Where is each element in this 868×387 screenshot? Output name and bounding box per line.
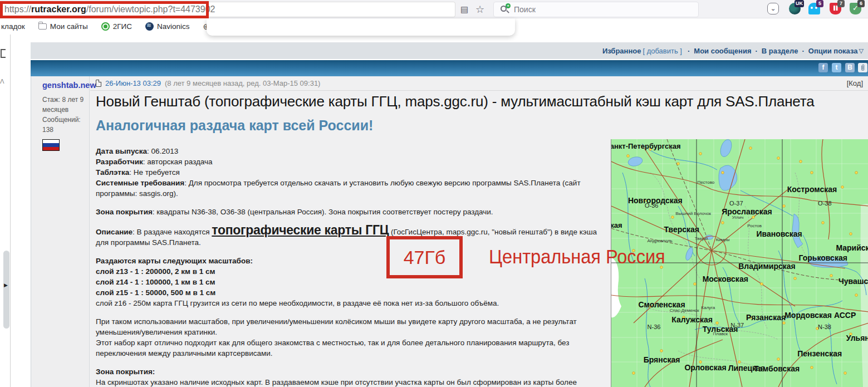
adblock-badge: 7: [837, 0, 845, 7]
map-region-label: Чувашская: [838, 277, 868, 286]
map-city-label: Кимры: [716, 237, 730, 242]
antivirus-badge: 6: [857, 0, 865, 7]
vk-share-icon[interactable]: B: [845, 63, 855, 72]
bookmark-item[interactable]: Navionics: [145, 22, 190, 31]
bookmark-label: 2ГИС: [113, 22, 132, 31]
clipped-caret-icon: ᐱ: [0, 78, 4, 85]
map-city-label: Вышний Волочок: [675, 211, 711, 216]
chevron-right-icon: ▶: [4, 282, 8, 288]
link-share-icon[interactable]: [858, 63, 867, 72]
clipped-icon: [1, 49, 6, 58]
url-autocomplete-panel: [207, 18, 515, 36]
post-paragraph: Разработчик: авторская раздача: [96, 156, 601, 167]
topic-nav-bar: Избранное [ добавить ] · Мои сообщения ·…: [31, 42, 868, 59]
annotation-region-label: Центральная Россия: [489, 246, 665, 268]
map-region-label: Ярославская: [722, 207, 772, 216]
map-region-label: Ульяновская: [846, 334, 868, 342]
post-paragraph: Описание: В раздаче находятся топографич…: [96, 225, 601, 248]
map-city-label: Плавск: [713, 331, 728, 336]
favorites-link[interactable]: Избранное: [602, 47, 641, 55]
poster-username-link[interactable]: genshtab.new: [42, 81, 89, 90]
triangle-down-icon: ▽: [859, 47, 864, 55]
view-options-link[interactable]: Опции показа: [808, 47, 858, 55]
map-quad-label: N-37: [730, 322, 744, 329]
map-region-label: Тверская: [664, 225, 700, 234]
russia-flag-icon: [42, 139, 60, 151]
paragraph-gap: [96, 359, 601, 366]
post-title: Новый Генштаб (топографические карты ГГЦ…: [96, 93, 868, 110]
my-messages-link[interactable]: Мои сообщения: [694, 47, 751, 55]
map-region-label: Пензенская: [797, 349, 842, 358]
bookmark-item[interactable]: 2ГИС: [101, 22, 132, 31]
screenshot-root: https://rutracker.org/forum/viewtopic.ph…: [0, 0, 868, 387]
ghostery-icon[interactable]: 5: [808, 3, 820, 14]
post-paragraph: слой z14 - 1 : 100000, 1 км в 1 см: [96, 277, 601, 287]
map-region-label: кая: [611, 221, 622, 229]
map-region-label: Орловская: [684, 363, 726, 372]
annotation-size-label: 47Гб: [404, 247, 446, 268]
vpn-badge: UK: [795, 0, 804, 7]
map-quad-label: О-37: [729, 200, 743, 207]
topic-title-bar: f t B: [31, 60, 868, 76]
vpn-globe-icon[interactable]: UK: [789, 3, 801, 14]
adblock-icon[interactable]: 7: [830, 3, 841, 14]
post-paragraph: Дата выпуска: 06.2013: [96, 146, 601, 156]
annotation-url-box: [0, 1, 209, 18]
post-paragraph: При таком использовании масштабов, при у…: [96, 316, 601, 337]
map-region-label: Горьковская: [799, 253, 847, 262]
map-region-label: Костромская: [787, 185, 837, 194]
post-permalink-icon[interactable]: [96, 80, 101, 87]
post-paragraph: слой z16 - 250м карта ГГЦ грузится из се…: [96, 298, 601, 308]
facebook-share-icon[interactable]: f: [818, 63, 828, 72]
map-region-label: Рязанская: [746, 313, 786, 322]
poster-meta: Стаж: 8 лет 9 месяцев Сообщений: 138: [42, 95, 89, 135]
poster-experience: Стаж: 8 лет 9 месяцев: [42, 95, 89, 115]
post-paragraph: Системные требования: Для просмотра треб…: [96, 178, 601, 199]
pocket-icon[interactable]: ⌄: [767, 3, 779, 14]
post-paragraph: Таблэтка: Не требуется: [96, 167, 601, 178]
post-paragraph: Зона покрытия: квадраты N36-38, О36-38 (…: [96, 207, 601, 217]
map-region-label: Калужская: [671, 315, 713, 324]
post-paragraph: Зона покрытия:: [96, 366, 601, 377]
in-section-link[interactable]: В разделе: [762, 47, 798, 55]
favorites-add-link[interactable]: [ добавить ]: [643, 47, 682, 55]
post-date-link[interactable]: 26-Июн-13 03:29: [105, 79, 161, 87]
post-subtitle: Аналогичная раздача карт всей России!: [96, 117, 868, 134]
twitter-share-icon[interactable]: t: [832, 63, 841, 72]
map-city-label: Калуга: [701, 305, 715, 310]
sidebar-expand-handle[interactable]: ▶: [3, 251, 9, 329]
map-quad-label: О-36: [645, 202, 658, 209]
bookmark-label: Navionics: [157, 22, 190, 31]
post-header: 26-Июн-13 03:29 (8 лет 9 месяцев назад, …: [90, 76, 868, 91]
reader-mode-icon[interactable]: ▤: [458, 3, 471, 16]
map-quad-label: N-36: [648, 324, 661, 330]
bookmark-label: Мои сайты: [50, 22, 88, 31]
paragraph-gap: [96, 308, 601, 316]
map-city-label: Андреаполь: [648, 238, 673, 243]
left-side-strip: ᐱ ▶: [0, 35, 11, 387]
map-region-label: Московская: [703, 275, 748, 283]
map-quad-label: О-38: [818, 200, 831, 207]
folder-icon: [38, 23, 47, 30]
map-quad-label: N-38: [818, 324, 831, 330]
map-city-label: Спас-Деменск: [670, 308, 699, 313]
antivirus-icon[interactable]: ✓ 6: [850, 3, 861, 14]
poster-message-count: Сообщений: 138: [42, 115, 89, 135]
map-city-label: Тверь: [695, 236, 707, 241]
search-placeholder: Поиск: [514, 5, 536, 14]
paragraph-gap: [96, 199, 601, 207]
map-city-label: Ростов: [747, 223, 762, 228]
bookmark-star-icon[interactable]: ☆: [473, 3, 487, 16]
search-input[interactable]: + Поиск: [493, 2, 699, 17]
post-paragraph: слой z15 - 1 : 50000, 500 м в 1 см: [96, 287, 601, 298]
map-region-label: Ивановская: [756, 229, 802, 238]
map-city-label: Пестово: [697, 180, 714, 185]
code-link[interactable]: [Код]: [847, 79, 863, 87]
annotation-size-box: 47Гб: [386, 236, 463, 278]
poster-column: genshtab.new Стаж: 8 лет 9 месяцев Сообщ…: [31, 76, 90, 387]
bookmark-label: кладок: [1, 22, 25, 31]
map-region-label: Тамбовская: [754, 364, 800, 373]
bookmark-item[interactable]: Мои сайты: [38, 22, 88, 31]
bookmark-item[interactable]: кладок: [1, 22, 25, 31]
map-region-label: Брянская: [644, 355, 680, 364]
